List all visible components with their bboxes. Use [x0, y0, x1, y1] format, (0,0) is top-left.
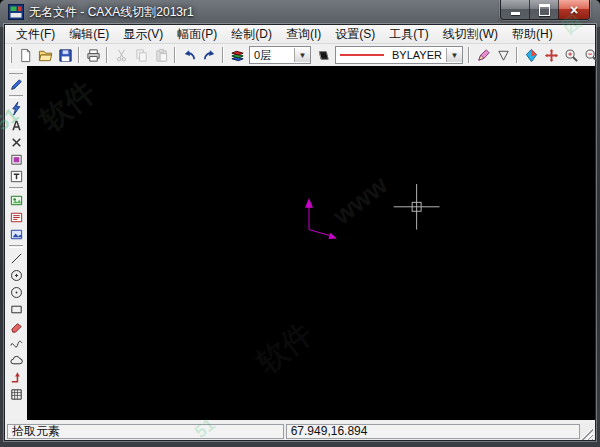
copy-icon [134, 48, 149, 63]
side-button-image-red[interactable] [7, 209, 25, 226]
side-button-cloud[interactable] [7, 352, 25, 369]
toolbar-button-paste [151, 46, 171, 64]
pan-icon [544, 48, 559, 63]
toolbar-button-cut [111, 46, 131, 64]
chevron-down-icon[interactable]: ▼ [446, 48, 462, 62]
menu-bar: 文件(F)编辑(E)显示(V)幅面(P)绘制(D)查询(I)设置(S)工具(T)… [5, 25, 595, 44]
side-button-dimension-text[interactable] [7, 117, 25, 134]
toolbar-button-undo[interactable] [179, 46, 199, 64]
imgblue-icon [9, 227, 24, 242]
new-icon [18, 48, 33, 63]
minimize-button[interactable] [501, 0, 529, 19]
toolbar-separator [516, 47, 518, 63]
side-button-spline[interactable] [7, 335, 25, 352]
toolbar-button-layer-settings[interactable] [227, 46, 247, 64]
menu-item-file[interactable]: 文件(F) [9, 25, 62, 43]
menu-item-draw[interactable]: 绘制(D) [224, 25, 279, 43]
menu-item-tools[interactable]: 工具(T) [382, 25, 435, 43]
hatch-icon [9, 387, 24, 402]
canvas-overlay [27, 66, 595, 420]
toolbar-separator [174, 47, 176, 63]
lightning-icon [9, 101, 24, 116]
main-toolbar: 0层▼BYLAYER▼ [5, 44, 595, 66]
undo-icon [182, 48, 197, 63]
print-icon [86, 48, 101, 63]
side-button-image-green[interactable] [7, 192, 25, 209]
drawing-toolbar [5, 66, 27, 420]
toolbar-button-redo[interactable] [199, 46, 219, 64]
toolbar-separator [468, 47, 470, 63]
leader-icon [9, 370, 24, 385]
layer-combo[interactable]: 0层▼ [249, 46, 311, 64]
menu-item-view[interactable]: 显示(V) [116, 25, 170, 43]
eraser-icon [9, 319, 24, 334]
toolbar-button-redraw[interactable] [521, 46, 541, 64]
side-button-rectangle[interactable] [7, 301, 25, 318]
nabla-icon [496, 48, 511, 63]
toolbar-button-open-file[interactable] [35, 46, 55, 64]
side-button-trim[interactable] [7, 134, 25, 151]
linetype-sample [340, 54, 384, 56]
toolbar-button-edit-style[interactable] [473, 46, 493, 64]
side-button-block[interactable] [7, 151, 25, 168]
linetype-combo-value: BYLAYER [384, 49, 446, 61]
window-title: 无名文件 - CAXA线切割2013r1 [29, 4, 194, 21]
toolbar-button-pan[interactable] [541, 46, 561, 64]
textbox-icon [9, 169, 24, 184]
status-prompt: 拾取元素 [7, 424, 284, 439]
side-button-hatch[interactable] [7, 386, 25, 403]
app-icon [8, 4, 24, 20]
swatch-icon [316, 48, 331, 63]
toolbar-grip [10, 47, 12, 63]
minimize-icon [511, 12, 520, 15]
title-bar[interactable]: 无名文件 - CAXA线切割2013r1 × [0, 0, 600, 24]
circle2-icon [9, 285, 24, 300]
spline-icon [9, 336, 24, 351]
status-coordinates: 67.949,16.894 [286, 424, 580, 439]
menu-item-edit[interactable]: 编辑(E) [62, 25, 116, 43]
scissorsx-icon [9, 135, 24, 150]
client-area: 文件(F)编辑(E)显示(V)幅面(P)绘制(D)查询(I)设置(S)工具(T)… [4, 24, 596, 441]
workspace [5, 66, 595, 423]
side-toolbar-separator [9, 187, 23, 190]
menu-item-paper[interactable]: 幅面(P) [170, 25, 224, 43]
side-button-draw-pencil[interactable] [7, 76, 25, 93]
window-controls: × [500, 0, 590, 20]
close-button[interactable]: × [558, 0, 589, 19]
resize-grip[interactable] [580, 427, 593, 440]
crosshair-cursor [394, 184, 440, 230]
paste-icon [154, 48, 169, 63]
side-button-eraser[interactable] [7, 318, 25, 335]
side-button-circle-center[interactable] [7, 267, 25, 284]
toolbar-button-save-file[interactable] [55, 46, 75, 64]
toolbar-separator [78, 47, 80, 63]
side-button-line[interactable] [7, 250, 25, 267]
side-button-sketch-edit[interactable] [7, 100, 25, 117]
line-icon [9, 251, 24, 266]
side-button-leader[interactable] [7, 369, 25, 386]
toolbar-button-copy [131, 46, 151, 64]
toolbar-button-print[interactable] [83, 46, 103, 64]
side-button-text[interactable] [7, 168, 25, 185]
menu-item-help[interactable]: 帮助(H) [505, 25, 560, 43]
side-button-image-blue[interactable] [7, 226, 25, 243]
imggreen-icon [9, 193, 24, 208]
side-toolbar-separator [9, 245, 23, 248]
drawing-canvas[interactable] [27, 66, 595, 420]
chevron-down-icon[interactable]: ▼ [294, 48, 310, 62]
pencil-icon [9, 77, 24, 92]
toolbar-button-pick-filter[interactable] [493, 46, 513, 64]
layers-icon [230, 48, 245, 63]
menu-item-query[interactable]: 查询(I) [279, 25, 328, 43]
toolbar-button-new-file[interactable] [15, 46, 35, 64]
toolbar-button-line-color[interactable] [313, 46, 333, 64]
menu-item-settings[interactable]: 设置(S) [328, 25, 382, 43]
maximize-button[interactable] [529, 0, 558, 19]
app-window: 无名文件 - CAXA线切割2013r1 × 文件(F)编辑(E)显示(V)幅面… [0, 0, 600, 447]
side-toolbar-grip [9, 69, 23, 74]
side-button-circle[interactable] [7, 284, 25, 301]
toolbar-button-zoom-in[interactable] [561, 46, 581, 64]
linetype-combo[interactable]: BYLAYER▼ [335, 46, 463, 64]
menu-item-wirecut[interactable]: 线切割(W) [436, 25, 505, 43]
toolbar-button-zoom-out[interactable] [581, 46, 600, 64]
